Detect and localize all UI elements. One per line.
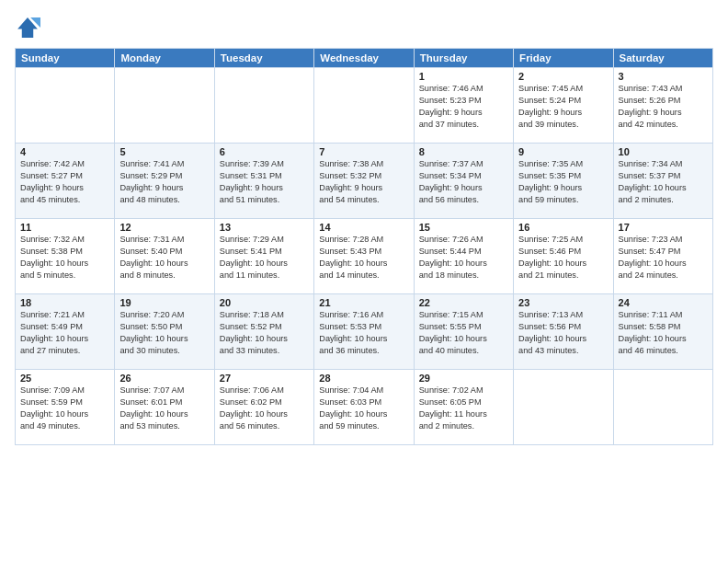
weekday-header-monday: Monday (115, 49, 214, 68)
calendar-cell (16, 68, 115, 144)
calendar-cell: 20Sunrise: 7:18 AMSunset: 5:52 PMDayligh… (214, 294, 313, 370)
calendar-table: SundayMondayTuesdayWednesdayThursdayFrid… (15, 48, 713, 445)
day-number: 15 (419, 222, 508, 233)
calendar-cell: 28Sunrise: 7:04 AMSunset: 6:03 PMDayligh… (314, 370, 414, 445)
calendar-cell: 27Sunrise: 7:06 AMSunset: 6:02 PMDayligh… (214, 370, 313, 445)
calendar-week-row: 25Sunrise: 7:09 AMSunset: 5:59 PMDayligh… (16, 370, 713, 445)
day-number: 5 (119, 146, 209, 157)
day-info: Sunrise: 7:20 AMSunset: 5:50 PMDaylight:… (119, 309, 209, 357)
calendar-cell: 12Sunrise: 7:31 AMSunset: 5:40 PMDayligh… (115, 219, 214, 294)
calendar-week-row: 18Sunrise: 7:21 AMSunset: 5:49 PMDayligh… (16, 294, 713, 370)
day-info: Sunrise: 7:21 AMSunset: 5:49 PMDaylight:… (20, 309, 109, 357)
calendar-cell: 5Sunrise: 7:41 AMSunset: 5:29 PMDaylight… (115, 144, 214, 219)
weekday-header-tuesday: Tuesday (214, 49, 313, 68)
calendar-cell: 22Sunrise: 7:15 AMSunset: 5:55 PMDayligh… (414, 294, 513, 370)
day-info: Sunrise: 7:42 AMSunset: 5:27 PMDaylight:… (20, 158, 109, 206)
day-number: 1 (419, 71, 508, 82)
weekday-header-sunday: Sunday (16, 49, 115, 68)
day-number: 11 (20, 222, 109, 233)
logo (15, 15, 44, 40)
day-number: 29 (419, 373, 508, 384)
day-number: 23 (518, 297, 608, 308)
calendar-cell (214, 68, 313, 144)
logo-icon (15, 15, 40, 40)
day-info: Sunrise: 7:32 AMSunset: 5:38 PMDaylight:… (20, 234, 109, 282)
day-number: 18 (20, 297, 109, 308)
day-info: Sunrise: 7:43 AMSunset: 5:26 PMDaylight:… (619, 83, 708, 131)
day-number: 8 (419, 146, 508, 157)
day-info: Sunrise: 7:11 AMSunset: 5:58 PMDaylight:… (619, 309, 708, 357)
day-number: 2 (518, 71, 608, 82)
day-info: Sunrise: 7:02 AMSunset: 6:05 PMDaylight:… (419, 385, 508, 432)
calendar-cell: 15Sunrise: 7:26 AMSunset: 5:44 PMDayligh… (414, 219, 513, 294)
calendar-cell: 24Sunrise: 7:11 AMSunset: 5:58 PMDayligh… (613, 294, 712, 370)
day-info: Sunrise: 7:23 AMSunset: 5:47 PMDaylight:… (619, 234, 708, 282)
day-number: 13 (220, 222, 309, 233)
calendar-cell (314, 68, 414, 144)
day-info: Sunrise: 7:25 AMSunset: 5:46 PMDaylight:… (518, 234, 608, 282)
day-info: Sunrise: 7:09 AMSunset: 5:59 PMDaylight:… (20, 385, 109, 432)
day-info: Sunrise: 7:31 AMSunset: 5:40 PMDaylight:… (119, 234, 209, 282)
day-number: 28 (319, 373, 408, 384)
page-container: SundayMondayTuesdayWednesdayThursdayFrid… (0, 0, 728, 563)
day-info: Sunrise: 7:13 AMSunset: 5:56 PMDaylight:… (518, 309, 608, 357)
day-info: Sunrise: 7:39 AMSunset: 5:31 PMDaylight:… (220, 158, 309, 206)
calendar-cell (613, 370, 712, 445)
day-number: 10 (619, 146, 708, 157)
day-number: 16 (518, 222, 608, 233)
day-info: Sunrise: 7:38 AMSunset: 5:32 PMDaylight:… (319, 158, 408, 206)
day-number: 22 (419, 297, 508, 308)
day-info: Sunrise: 7:04 AMSunset: 6:03 PMDaylight:… (319, 385, 408, 432)
calendar-cell: 4Sunrise: 7:42 AMSunset: 5:27 PMDaylight… (16, 144, 115, 219)
day-info: Sunrise: 7:35 AMSunset: 5:35 PMDaylight:… (518, 158, 608, 206)
weekday-header-row: SundayMondayTuesdayWednesdayThursdayFrid… (16, 49, 713, 68)
day-number: 24 (619, 297, 708, 308)
weekday-header-friday: Friday (514, 49, 613, 68)
weekday-header-thursday: Thursday (414, 49, 513, 68)
day-info: Sunrise: 7:28 AMSunset: 5:43 PMDaylight:… (319, 234, 408, 282)
calendar-cell: 10Sunrise: 7:34 AMSunset: 5:37 PMDayligh… (613, 144, 712, 219)
calendar-cell: 16Sunrise: 7:25 AMSunset: 5:46 PMDayligh… (514, 219, 613, 294)
calendar-week-row: 4Sunrise: 7:42 AMSunset: 5:27 PMDaylight… (16, 144, 713, 219)
calendar-cell (115, 68, 214, 144)
day-info: Sunrise: 7:16 AMSunset: 5:53 PMDaylight:… (319, 309, 408, 357)
calendar-cell: 7Sunrise: 7:38 AMSunset: 5:32 PMDaylight… (314, 144, 414, 219)
calendar-cell: 17Sunrise: 7:23 AMSunset: 5:47 PMDayligh… (613, 219, 712, 294)
day-number: 14 (319, 222, 408, 233)
day-info: Sunrise: 7:29 AMSunset: 5:41 PMDaylight:… (220, 234, 309, 282)
calendar-cell: 19Sunrise: 7:20 AMSunset: 5:50 PMDayligh… (115, 294, 214, 370)
day-number: 19 (119, 297, 209, 308)
calendar-cell: 3Sunrise: 7:43 AMSunset: 5:26 PMDaylight… (613, 68, 712, 144)
calendar-cell: 23Sunrise: 7:13 AMSunset: 5:56 PMDayligh… (514, 294, 613, 370)
day-number: 17 (619, 222, 708, 233)
day-number: 26 (119, 373, 209, 384)
calendar-week-row: 1Sunrise: 7:46 AMSunset: 5:23 PMDaylight… (16, 68, 713, 144)
calendar-cell: 9Sunrise: 7:35 AMSunset: 5:35 PMDaylight… (514, 144, 613, 219)
day-number: 9 (518, 146, 608, 157)
calendar-cell: 1Sunrise: 7:46 AMSunset: 5:23 PMDaylight… (414, 68, 513, 144)
day-number: 20 (220, 297, 309, 308)
calendar-cell: 18Sunrise: 7:21 AMSunset: 5:49 PMDayligh… (16, 294, 115, 370)
calendar-cell: 14Sunrise: 7:28 AMSunset: 5:43 PMDayligh… (314, 219, 414, 294)
day-info: Sunrise: 7:18 AMSunset: 5:52 PMDaylight:… (220, 309, 309, 357)
weekday-header-wednesday: Wednesday (314, 49, 414, 68)
day-info: Sunrise: 7:37 AMSunset: 5:34 PMDaylight:… (419, 158, 508, 206)
calendar-cell: 2Sunrise: 7:45 AMSunset: 5:24 PMDaylight… (514, 68, 613, 144)
calendar-cell: 29Sunrise: 7:02 AMSunset: 6:05 PMDayligh… (414, 370, 513, 445)
calendar-week-row: 11Sunrise: 7:32 AMSunset: 5:38 PMDayligh… (16, 219, 713, 294)
calendar-cell: 6Sunrise: 7:39 AMSunset: 5:31 PMDaylight… (214, 144, 313, 219)
calendar-cell: 26Sunrise: 7:07 AMSunset: 6:01 PMDayligh… (115, 370, 214, 445)
day-number: 3 (619, 71, 708, 82)
day-info: Sunrise: 7:07 AMSunset: 6:01 PMDaylight:… (119, 385, 209, 432)
day-info: Sunrise: 7:06 AMSunset: 6:02 PMDaylight:… (220, 385, 309, 432)
day-number: 7 (319, 146, 408, 157)
day-number: 4 (20, 146, 109, 157)
day-number: 12 (119, 222, 209, 233)
page-header (15, 15, 713, 40)
calendar-cell (514, 370, 613, 445)
day-info: Sunrise: 7:26 AMSunset: 5:44 PMDaylight:… (419, 234, 508, 282)
day-info: Sunrise: 7:41 AMSunset: 5:29 PMDaylight:… (119, 158, 209, 206)
calendar-cell: 8Sunrise: 7:37 AMSunset: 5:34 PMDaylight… (414, 144, 513, 219)
day-info: Sunrise: 7:15 AMSunset: 5:55 PMDaylight:… (419, 309, 508, 357)
day-number: 27 (220, 373, 309, 384)
